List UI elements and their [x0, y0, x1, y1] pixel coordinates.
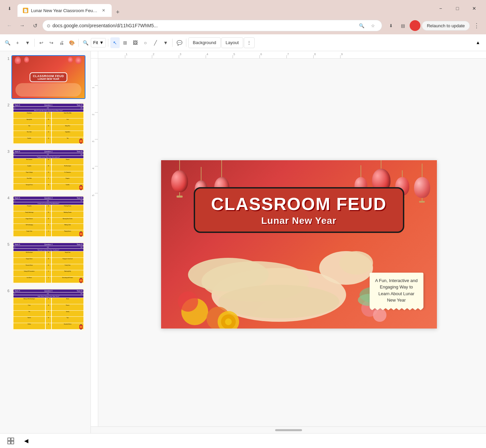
slide-number-6: 6: [3, 287, 9, 293]
svg-point-35: [218, 285, 339, 318]
print-btn[interactable]: 🖨: [57, 37, 66, 48]
browser-frame: ⬇ 📄 Lunar New Year Classroom Feuc... ✕ +…: [0, 0, 486, 448]
grid-view-btn[interactable]: [5, 436, 16, 446]
ruler-h-svg: 1 2 3 4 5 6 7 8 9: [98, 51, 486, 59]
slide-canvas-wrap[interactable]: CLASSROOM FEUD Lunar New Year: [98, 59, 486, 426]
panel-collapse-btn[interactable]: ◀: [22, 436, 31, 446]
address-text: docs.google.com/presentation/d/11hG1F7Wh…: [52, 23, 355, 28]
download-btn[interactable]: ⬇: [385, 20, 396, 31]
slide-title-box: CLASSROOM FEUD Lunar New Year: [194, 187, 404, 233]
shape-btn[interactable]: ○: [141, 37, 150, 48]
zoom-select[interactable]: Fit ▼: [91, 38, 106, 47]
search-toolbar-btn[interactable]: 🔍: [3, 37, 12, 48]
slide-thumb-3[interactable]: Team AQuestion 2Team B 00/00/0 Popular L…: [11, 148, 85, 192]
slide-sub-title: Lunar New Year: [211, 215, 387, 226]
layout-btn[interactable]: Layout: [221, 37, 243, 48]
browser-toolbar-right: ⬇ ▤ Relaunch to update ⋮: [385, 20, 482, 31]
zoom-fit-btn[interactable]: 🔍: [81, 37, 90, 48]
svg-text:1: 1: [126, 53, 127, 56]
slides-panel: 1 CLASSROOM FEUD LUNAR NEW YEAR: [0, 51, 91, 433]
profile-btn[interactable]: [410, 20, 420, 31]
active-tab[interactable]: 📄 Lunar New Year Classroom Feuc... ✕: [17, 4, 112, 17]
address-search-icon[interactable]: 🔍: [357, 21, 366, 30]
more-options-btn[interactable]: ⋮: [471, 20, 482, 31]
extensions-btn[interactable]: ⬇: [4, 3, 15, 14]
grid-icon: [7, 438, 14, 444]
svg-text:3: 3: [91, 141, 95, 142]
tab-favicon: 📄: [23, 8, 28, 13]
forward-btn[interactable]: →: [17, 20, 28, 31]
zoom-label: Fit: [93, 40, 98, 45]
slide-item-5[interactable]: 5 Team AQuestion 4Team B 00/00/0 Famous …: [0, 240, 90, 286]
comment-btn[interactable]: 💬: [175, 37, 184, 48]
slide-number-5: 5: [3, 241, 9, 246]
minimize-btn[interactable]: −: [433, 3, 448, 14]
separator-3: [108, 39, 108, 47]
ruler-vertical: 1 2 3 4 5: [91, 59, 98, 426]
bookmark-btn[interactable]: ☆: [368, 21, 378, 30]
slide-thumb-1[interactable]: CLASSROOM FEUD LUNAR NEW YEAR: [11, 55, 85, 99]
tab-title: Lunar New Year Classroom Feuc...: [31, 8, 98, 13]
svg-point-40: [373, 308, 386, 322]
image-btn[interactable]: 🖼: [130, 37, 140, 48]
svg-text:1: 1: [91, 87, 95, 89]
address-input-wrap[interactable]: ⊙ docs.google.com/presentation/d/11hG1F7…: [42, 20, 382, 31]
back-btn[interactable]: ←: [4, 20, 15, 31]
slide-number-1: 1: [3, 55, 9, 61]
maximize-btn[interactable]: □: [450, 3, 465, 14]
filmstrip-toggle-btn[interactable]: ▲: [473, 37, 483, 48]
svg-rect-49: [11, 441, 14, 444]
line-dropdown-btn[interactable]: ▼: [161, 37, 170, 48]
tab-bar: 📄 Lunar New Year Classroom Feuc... ✕ +: [17, 0, 430, 17]
undo-btn[interactable]: ↩: [37, 37, 46, 48]
background-btn[interactable]: Background: [188, 37, 220, 48]
main-area: 1 CLASSROOM FEUD LUNAR NEW YEAR: [0, 51, 486, 433]
window-buttons: − □ ✕: [433, 3, 482, 14]
slide-item-3[interactable]: 3 Team AQuestion 2Team B 00/00/0 Popular…: [0, 147, 90, 193]
sidebar-toggle-btn[interactable]: ▤: [398, 20, 408, 31]
svg-rect-47: [11, 438, 14, 441]
more-toolbar-btn[interactable]: ⋮: [244, 37, 255, 48]
svg-rect-0: [98, 51, 486, 59]
svg-text:4: 4: [91, 168, 95, 169]
separator-4: [172, 39, 173, 47]
tab-close-btn[interactable]: ✕: [101, 8, 106, 13]
svg-rect-19: [91, 59, 98, 261]
zoom-dropdown-btn[interactable]: ▼: [23, 37, 32, 48]
relaunch-btn[interactable]: Relaunch to update: [422, 21, 470, 31]
transform-btn[interactable]: ⊞: [120, 37, 130, 48]
canvas-body: 1 2 3 4 5: [91, 59, 486, 426]
zoom-dropdown-arrow: ▼: [99, 40, 104, 45]
window-controls: ⬇: [4, 3, 15, 14]
slide-item-1[interactable]: 1 CLASSROOM FEUD LUNAR NEW YEAR: [0, 54, 90, 100]
slide-note-box: A Fun, Interactive and Engaging Way to L…: [370, 273, 423, 308]
scroll-thumb[interactable]: [275, 429, 302, 431]
new-tab-btn[interactable]: +: [113, 7, 122, 17]
slide-thumb-4[interactable]: Team AQuestion 3Team B 00/00/0 Common Lu…: [11, 195, 85, 238]
ruler-horizontal: 1 2 3 4 5 6 7 8 9: [91, 51, 486, 59]
svg-text:8: 8: [314, 53, 316, 56]
select-btn[interactable]: ↖: [110, 37, 120, 48]
ruler-v-svg: 1 2 3 4 5: [91, 59, 98, 261]
svg-rect-46: [8, 438, 10, 441]
main-slide-canvas[interactable]: CLASSROOM FEUD Lunar New Year: [161, 160, 437, 329]
slide-thumb-2[interactable]: Team AQuestion 1Team B 00/00/0 What Food…: [11, 102, 85, 145]
scroll-bar-area: [91, 426, 486, 433]
slide-thumb-6[interactable]: Team AQuestion 5Team B 00/00/0 Gifts Giv…: [11, 287, 85, 331]
svg-text:6: 6: [260, 53, 262, 56]
slide-item-2[interactable]: 2 Team AQuestion 1Team B 00/00/0 What Fo…: [0, 100, 90, 147]
slide-item-6[interactable]: 6 Team AQuestion 5Team B 00/00/0 Gifts G…: [0, 286, 90, 333]
svg-point-43: [225, 318, 232, 325]
close-btn[interactable]: ✕: [466, 3, 482, 14]
svg-rect-48: [8, 441, 10, 444]
slide-item-4[interactable]: 4 Team AQuestion 3Team B 00/00/0 Common …: [0, 193, 90, 240]
separator-5: [186, 39, 186, 47]
slide-number-4: 4: [3, 195, 9, 200]
zoom-in-btn[interactable]: +: [13, 37, 22, 48]
slide-thumb-5[interactable]: Team AQuestion 4Team B 00/00/0 Famous Lu…: [11, 241, 85, 285]
line-btn[interactable]: ╱: [151, 37, 160, 48]
paint-format-btn[interactable]: 🎨: [67, 37, 76, 48]
redo-btn[interactable]: ↪: [47, 37, 56, 48]
refresh-btn[interactable]: ↺: [30, 20, 40, 31]
address-bar: ← → ↺ ⊙ docs.google.com/presentation/d/1…: [0, 17, 486, 34]
